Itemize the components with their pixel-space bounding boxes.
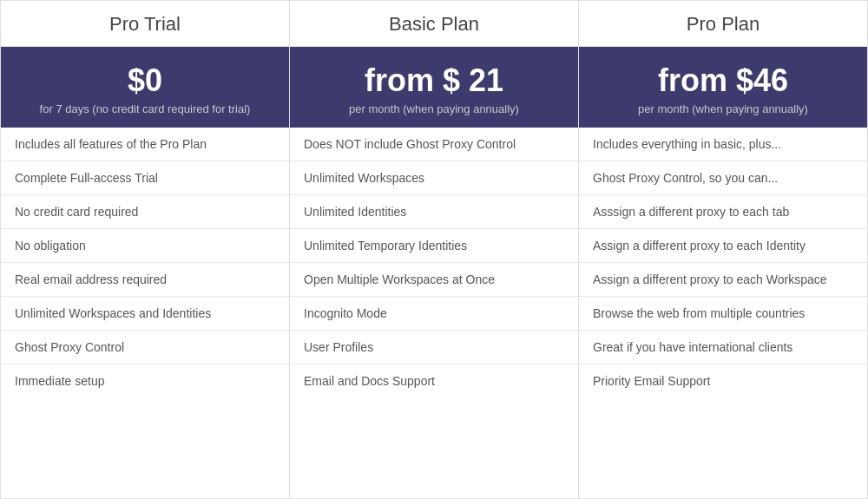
feature-item-basic-plan-0: Does NOT include Ghost Proxy Control (290, 128, 578, 161)
plan-price-box-pro-plan: from $46per month (when paying annually) (579, 47, 867, 128)
feature-item-basic-plan-2: Unlimited Identities (290, 195, 578, 229)
feature-item-pro-trial-1: Complete Full-access Trial (1, 161, 289, 195)
feature-item-pro-plan-4: Assign a different proxy to each Workspa… (579, 263, 867, 297)
plan-features-pro-trial: Includes all features of the Pro PlanCom… (1, 128, 289, 498)
feature-item-basic-plan-6: User Profiles (290, 331, 578, 364)
feature-item-pro-trial-4: Real email address required (1, 263, 289, 297)
feature-item-pro-trial-0: Includes all features of the Pro Plan (1, 128, 289, 161)
plan-price-main-pro-plan: from $46 (588, 62, 858, 99)
plan-title-basic-plan: Basic Plan (290, 1, 578, 47)
feature-item-basic-plan-5: Incognito Mode (290, 297, 578, 331)
feature-item-pro-plan-7: Priority Email Support (579, 364, 867, 397)
feature-item-pro-plan-5: Browse the web from multiple countries (579, 297, 867, 331)
feature-item-basic-plan-1: Unlimited Workspaces (290, 161, 578, 195)
plan-price-sub-basic-plan: per month (when paying annually) (299, 102, 569, 115)
plan-price-main-basic-plan: from $ 21 (299, 62, 569, 99)
plan-price-box-pro-trial: $0for 7 days (no credit card required fo… (1, 47, 289, 128)
feature-item-pro-plan-2: Asssign a different proxy to each tab (579, 195, 867, 229)
plan-col-basic-plan: Basic Planfrom $ 21per month (when payin… (290, 1, 579, 498)
feature-item-pro-plan-1: Ghost Proxy Control, so you can... (579, 161, 867, 195)
feature-item-basic-plan-3: Unlimited Temporary Identities (290, 229, 578, 263)
plan-col-pro-plan: Pro Planfrom $46per month (when paying a… (579, 1, 867, 498)
feature-item-pro-trial-6: Ghost Proxy Control (1, 331, 289, 364)
feature-item-pro-plan-6: Great if you have international clients (579, 331, 867, 364)
plan-col-pro-trial: Pro Trial$0for 7 days (no credit card re… (1, 1, 290, 498)
plan-price-main-pro-trial: $0 (10, 62, 280, 99)
feature-item-pro-trial-2: No credit card required (1, 195, 289, 229)
plan-price-sub-pro-trial: for 7 days (no credit card required for … (10, 102, 280, 115)
feature-item-basic-plan-4: Open Multiple Workspaces at Once (290, 263, 578, 297)
feature-item-pro-plan-3: Assign a different proxy to each Identit… (579, 229, 867, 263)
plan-title-pro-plan: Pro Plan (579, 1, 867, 47)
feature-item-pro-trial-3: No obligation (1, 229, 289, 263)
plan-price-sub-pro-plan: per month (when paying annually) (588, 102, 858, 115)
pricing-table: Pro Trial$0for 7 days (no credit card re… (0, 0, 868, 499)
feature-item-pro-trial-7: Immediate setup (1, 364, 289, 397)
feature-item-pro-trial-5: Unlimited Workspaces and Identities (1, 297, 289, 331)
feature-item-pro-plan-0: Includes everything in basic, plus... (579, 128, 867, 161)
feature-item-basic-plan-7: Email and Docs Support (290, 364, 578, 397)
plan-price-box-basic-plan: from $ 21per month (when paying annually… (290, 47, 578, 128)
plan-title-pro-trial: Pro Trial (1, 1, 289, 47)
plan-features-basic-plan: Does NOT include Ghost Proxy ControlUnli… (290, 128, 578, 498)
plan-features-pro-plan: Includes everything in basic, plus...Gho… (579, 128, 867, 498)
